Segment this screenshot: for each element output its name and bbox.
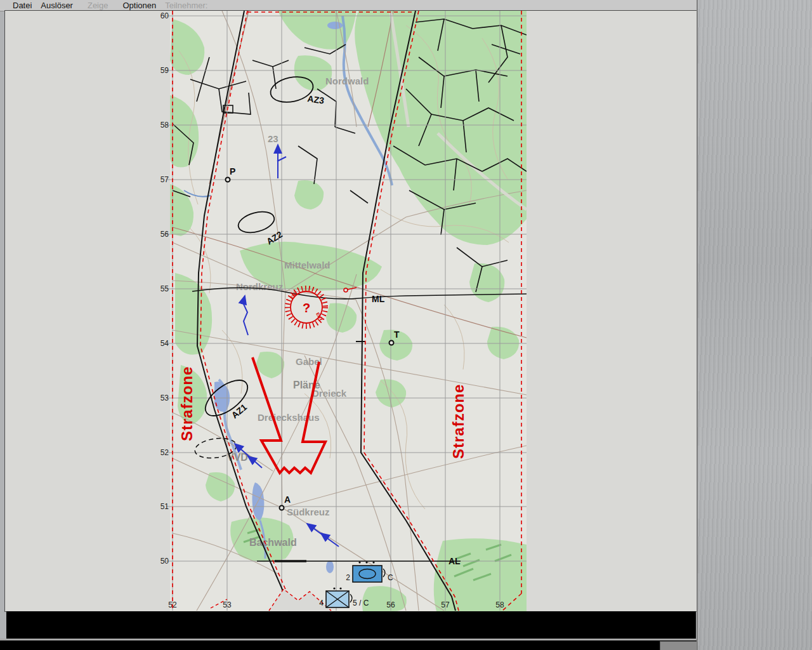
menu-ausloeser[interactable]: Auslöser [36,1,77,10]
svg-text:60: 60 [160,11,169,20]
svg-text:59: 59 [160,66,169,75]
svg-text:C: C [388,573,393,582]
menu-teilnehmer[interactable]: Teilnehmer: [160,1,212,10]
svg-text:52: 52 [160,448,169,457]
svg-text:Südkreuz: Südkreuz [287,507,330,517]
svg-text:54: 54 [160,339,169,348]
svg-text:53: 53 [160,394,169,402]
svg-text:55: 55 [160,284,169,293]
svg-text:51: 51 [160,502,169,511]
svg-text:?: ? [303,301,310,315]
svg-text:ML: ML [372,294,385,304]
svg-text:Mittelwald: Mittelwald [284,260,331,270]
map-canvas[interactable]: 60 59 58 57 56 55 54 53 52 51 50 52 53 5… [5,11,697,611]
svg-text:50: 50 [160,557,169,566]
menu-zeige[interactable]: Zeige [83,1,113,10]
menu-bar: Datei Auslöser Zeige Optionen Teilnehmer… [0,0,697,11]
svg-text:23: 23 [268,133,278,144]
svg-text:T: T [394,329,400,340]
svg-text:Dreieck: Dreieck [312,388,347,399]
menu-optionen[interactable]: Optionen [118,1,160,10]
horizontal-scrollbar[interactable] [0,640,697,650]
strafzone-label-right: Strafzone [450,384,467,459]
svg-text:58: 58 [160,121,169,129]
control-panel: Start Ende Kartentyp Gelände Sicht Auftr… [697,0,812,650]
menu-datei[interactable]: Datei [8,1,36,10]
svg-text:56: 56 [160,230,169,239]
message-console [6,611,696,639]
map-panel: 60 59 58 57 56 55 54 53 52 51 50 52 53 5… [5,11,697,611]
svg-text:56: 56 [386,600,395,609]
svg-text:58: 58 [495,600,504,609]
svg-text:AL: AL [449,556,461,566]
svg-text:2: 2 [346,573,350,582]
svg-text:53: 53 [223,600,232,609]
svg-text:Dreieckshaus: Dreieckshaus [258,412,320,423]
svg-text:P: P [230,166,235,176]
svg-text:57: 57 [441,600,450,609]
svg-text:4: 4 [319,599,324,607]
horizontal-scrollbar-thumb[interactable] [660,641,697,650]
strafzone-label-left: Strafzone [178,366,195,441]
svg-text:57: 57 [160,175,169,184]
svg-text:5 / C: 5 / C [353,599,369,607]
svg-text:A: A [284,494,291,505]
svg-text:Nordwald: Nordwald [325,76,369,86]
svg-text:Bachwald: Bachwald [249,537,297,548]
